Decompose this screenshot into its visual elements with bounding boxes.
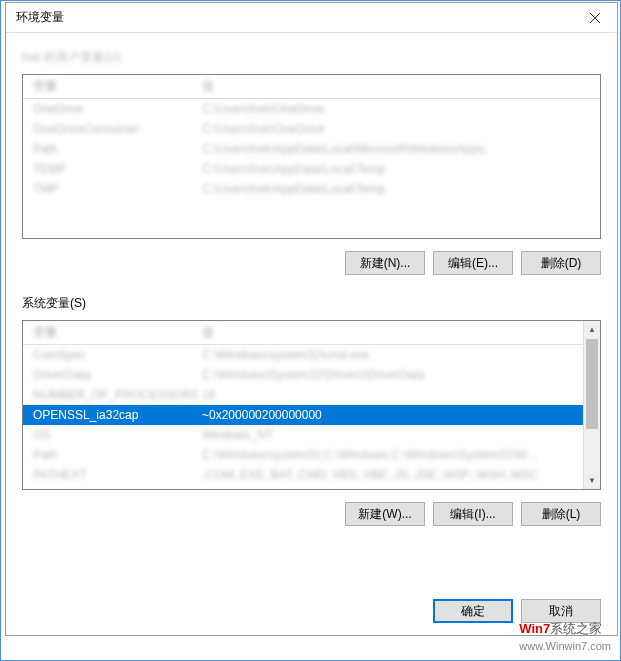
table-row[interactable]: ComSpec C:\Windows\system32\cmd.exe <box>23 345 600 365</box>
scroll-up-icon[interactable]: ▲ <box>584 321 600 338</box>
table-row[interactable]: OneDriveConsumer C:\Users\hxk\OneDrive <box>23 119 600 139</box>
user-vars-label: hxk 的用户变量(U) <box>22 49 601 66</box>
table-row[interactable]: OneDrive C:\Users\hxk\OneDrive <box>23 99 600 119</box>
selected-var-name: OPENSSL_ia32cap <box>23 408 198 422</box>
dialog-buttons: 确定 取消 <box>417 591 617 623</box>
header-value: 值 <box>198 78 600 95</box>
cancel-button[interactable]: 取消 <box>521 599 601 623</box>
table-row[interactable]: NUMBER_OF_PROCESSORS 16 <box>23 385 600 405</box>
delete-system-var-button[interactable]: 删除(L) <box>521 502 601 526</box>
ok-button[interactable]: 确定 <box>433 599 513 623</box>
environment-variables-dialog: 环境变量 hxk 的用户变量(U) 变量 值 OneDrive C:\Users… <box>5 2 618 636</box>
system-vars-buttons: 新建(W)... 编辑(I)... 删除(L) <box>22 502 601 526</box>
table-header: 变量 值 <box>23 75 600 99</box>
table-row[interactable]: Path C:\Users\hxk\AppData\Local\Microsof… <box>23 139 600 159</box>
edit-user-var-button[interactable]: 编辑(E)... <box>433 251 513 275</box>
user-vars-table[interactable]: 变量 值 OneDrive C:\Users\hxk\OneDrive OneD… <box>22 74 601 239</box>
table-row[interactable]: PATHEXT .COM;.EXE;.BAT;.CMD;.VBS;.VBE;.J… <box>23 465 600 485</box>
new-system-var-button[interactable]: 新建(W)... <box>345 502 425 526</box>
table-header: 变量 值 <box>23 321 600 345</box>
dialog-title: 环境变量 <box>16 9 64 26</box>
selected-var-value: ~0x200000200000000 <box>198 408 600 422</box>
close-icon <box>590 13 600 23</box>
table-row[interactable]: OS Windows_NT <box>23 425 600 445</box>
new-user-var-button[interactable]: 新建(N)... <box>345 251 425 275</box>
table-row[interactable]: TEMP C:\Users\hxk\AppData\Local\Temp <box>23 159 600 179</box>
system-vars-label: 系统变量(S) <box>22 295 601 312</box>
user-vars-buttons: 新建(N)... 编辑(E)... 删除(D) <box>22 251 601 275</box>
close-button[interactable] <box>572 3 617 33</box>
table-row[interactable]: TMP C:\Users\hxk\AppData\Local\Temp <box>23 179 600 199</box>
scroll-down-icon[interactable]: ▼ <box>584 472 600 489</box>
header-variable: 变量 <box>23 78 198 95</box>
header-variable: 变量 <box>23 324 198 341</box>
delete-user-var-button[interactable]: 删除(D) <box>521 251 601 275</box>
edit-system-var-button[interactable]: 编辑(I)... <box>433 502 513 526</box>
scrollbar[interactable]: ▲ ▼ <box>583 321 600 489</box>
table-row-selected[interactable]: OPENSSL_ia32cap ~0x200000200000000 <box>23 405 600 425</box>
system-vars-table[interactable]: 变量 值 ComSpec C:\Windows\system32\cmd.exe… <box>22 320 601 490</box>
table-row[interactable]: Path C:\Windows\system32;C:\Windows;C:\W… <box>23 445 600 465</box>
table-row[interactable]: DriverData C:\Windows\System32\Drivers\D… <box>23 365 600 385</box>
scrollbar-thumb[interactable] <box>586 339 598 429</box>
header-value: 值 <box>198 324 600 341</box>
titlebar: 环境变量 <box>6 3 617 33</box>
